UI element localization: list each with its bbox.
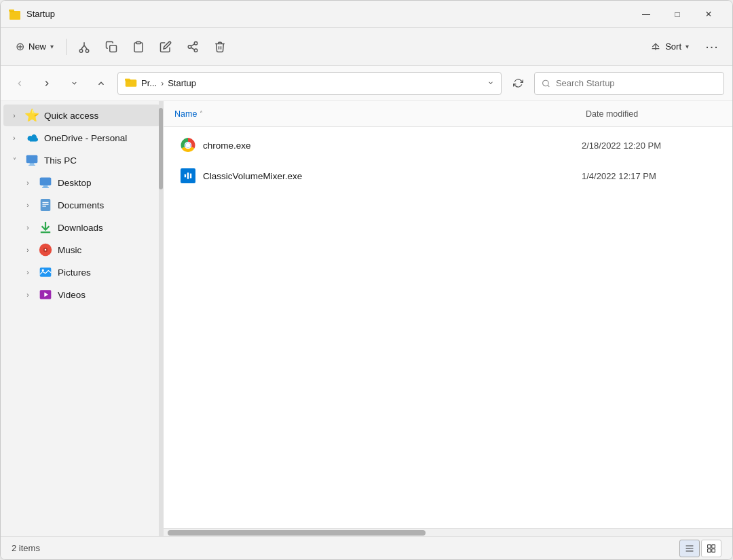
list-view-button[interactable] [679, 540, 700, 557]
svg-rect-9 [136, 41, 140, 43]
horizontal-scrollbar[interactable] [164, 528, 732, 536]
delete-button[interactable] [208, 35, 232, 59]
status-item-count: 2 items [12, 543, 679, 553]
quick-access-label: Quick access [44, 111, 98, 121]
detail-view-button[interactable] [701, 540, 721, 557]
more-options-button[interactable]: ··· [700, 35, 724, 59]
scrollbar-thumb[interactable] [168, 530, 426, 536]
file-row-chrome[interactable]: chrome.exe 2/18/2022 12:20 PM [168, 130, 728, 160]
address-folder-icon [125, 77, 137, 90]
pictures-icon [39, 265, 52, 279]
downloads-label: Downloads [58, 223, 103, 233]
sidebar-scrollbar[interactable] [159, 101, 163, 536]
address-prefix: Pr... [141, 78, 157, 88]
svg-rect-26 [43, 185, 48, 187]
svg-point-10 [194, 41, 198, 45]
sidebar-item-music[interactable]: › Music [3, 239, 160, 261]
desktop-icon [39, 176, 52, 189]
paste-button[interactable] [126, 35, 151, 59]
status-bar: 2 items [1, 536, 732, 559]
sidebar: › ⭐ Quick access › OneDrive - Personal ˅ [1, 101, 164, 536]
toolbar: ⊕ New ▾ [1, 28, 732, 66]
minimize-button[interactable]: — [631, 3, 662, 25]
svg-point-20 [543, 80, 549, 86]
volume-mixer-icon [178, 166, 198, 185]
sidebar-item-quick-access[interactable]: › ⭐ Quick access [3, 105, 160, 126]
file-list: chrome.exe 2/18/2022 12:20 PM [164, 127, 732, 528]
this-pc-icon [25, 153, 39, 167]
cut-button[interactable] [72, 35, 96, 59]
svg-point-11 [188, 45, 191, 48]
view-buttons [679, 540, 721, 557]
sort-button[interactable]: Sort ▾ [642, 35, 697, 59]
downloads-chevron: › [22, 222, 33, 233]
sidebar-item-onedrive[interactable]: › OneDrive - Personal [3, 127, 160, 149]
address-separator: › [161, 79, 164, 88]
close-button[interactable]: ✕ [693, 3, 724, 25]
pictures-label: Pictures [58, 267, 91, 278]
sidebar-item-downloads[interactable]: › Downloads [3, 217, 160, 238]
window-controls: — □ ✕ [631, 3, 724, 25]
sidebar-item-this-pc[interactable]: ˅ This PC [3, 149, 160, 171]
svg-rect-53 [708, 548, 711, 552]
quick-access-icon: ⭐ [25, 109, 39, 122]
file-row-volumemixer[interactable]: ClassicVolumeMixer.exe 1/4/2022 12:17 PM [168, 161, 728, 191]
file-header: Name ˄ Date modified [164, 101, 732, 127]
search-box[interactable] [534, 72, 724, 95]
svg-rect-51 [708, 544, 711, 548]
refresh-button[interactable] [507, 73, 529, 94]
svg-line-14 [191, 43, 194, 45]
svg-line-5 [81, 45, 85, 49]
music-icon [39, 243, 52, 257]
svg-rect-19 [125, 78, 130, 80]
sidebar-item-pictures[interactable]: › Pictures [3, 261, 160, 283]
forward-button[interactable] [36, 73, 58, 94]
svg-rect-22 [26, 155, 38, 164]
copy-button[interactable] [99, 35, 124, 59]
new-plus-icon: ⊕ [16, 40, 24, 53]
this-pc-chevron: ˅ [9, 155, 20, 166]
new-button[interactable]: ⊕ New ▾ [9, 35, 60, 59]
address-bar[interactable]: Pr... › Startup [117, 72, 502, 95]
recent-locations-button[interactable] [63, 73, 85, 94]
svg-line-21 [548, 85, 549, 86]
sidebar-item-videos[interactable]: › Videos [3, 284, 160, 305]
svg-rect-23 [30, 163, 35, 165]
documents-chevron: › [22, 200, 33, 210]
svg-point-4 [86, 49, 89, 52]
column-date-header: Date modified [586, 109, 721, 119]
column-name-header[interactable]: Name ˄ [174, 109, 586, 119]
up-button[interactable] [90, 73, 112, 94]
sidebar-item-documents[interactable]: › Documents [3, 194, 160, 216]
window-icon [9, 8, 21, 20]
more-icon: ··· [705, 39, 719, 54]
file-name-volumemixer: ClassicVolumeMixer.exe [203, 171, 582, 181]
svg-point-3 [79, 49, 83, 52]
videos-label: Videos [58, 290, 86, 300]
svg-rect-46 [187, 172, 189, 179]
svg-rect-25 [40, 178, 52, 186]
this-pc-label: This PC [44, 155, 77, 166]
rename-button[interactable] [153, 35, 178, 59]
sidebar-item-desktop[interactable]: › Desktop [3, 172, 160, 193]
sort-indicator: ˄ [200, 110, 203, 117]
svg-rect-24 [29, 165, 35, 166]
share-button[interactable] [181, 35, 205, 59]
list-view-icon [685, 544, 694, 553]
search-input[interactable] [556, 78, 717, 88]
svg-rect-27 [42, 187, 49, 188]
back-button[interactable] [9, 73, 31, 94]
svg-rect-45 [185, 174, 186, 178]
file-date-volumemixer: 1/4/2022 12:17 PM [582, 171, 717, 181]
address-bar-row: Pr... › Startup [1, 66, 732, 101]
toolbar-separator-1 [66, 39, 67, 55]
svg-line-13 [191, 48, 194, 50]
svg-rect-52 [712, 544, 715, 548]
maximize-button[interactable]: □ [662, 3, 693, 25]
svg-rect-28 [41, 199, 51, 211]
address-current: Startup [168, 78, 196, 88]
music-label: Music [58, 245, 81, 255]
file-date-chrome: 2/18/2022 12:20 PM [582, 141, 717, 151]
new-label: New [29, 41, 46, 52]
address-dropdown-icon[interactable] [487, 79, 494, 88]
